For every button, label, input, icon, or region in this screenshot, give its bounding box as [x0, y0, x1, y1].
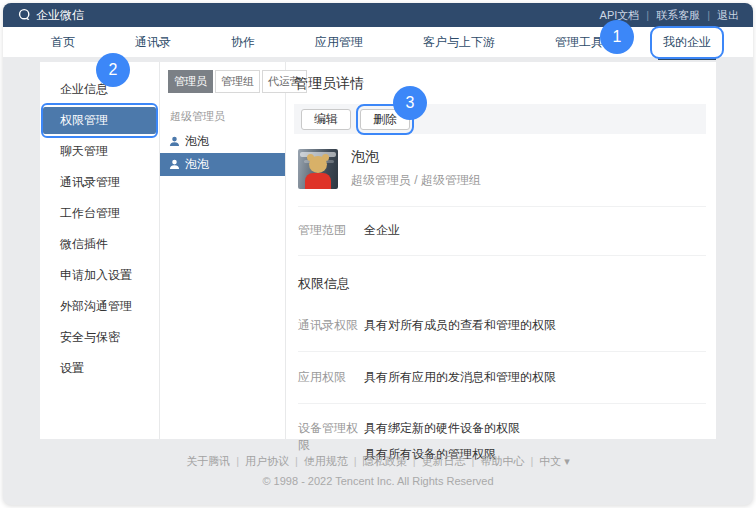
admin-name: 泡泡: [351, 148, 481, 166]
scope-row: 管理范围 全企业: [298, 222, 706, 239]
annotation-badge-2: 2: [96, 53, 130, 87]
app-permission-row: 应用权限 具有所有应用的发消息和管理的权限: [298, 369, 706, 386]
contact-support-link[interactable]: 联系客服: [656, 8, 700, 23]
sidebar-item-contacts-management[interactable]: 通讯录管理: [40, 167, 159, 198]
permission-line: 具有绑定新的硬件设备的权限: [364, 420, 520, 437]
person-icon: [169, 136, 180, 147]
separator: |: [295, 455, 298, 467]
copyright: © 1998 - 2022 Tencent Inc. All Rights Re…: [3, 475, 753, 487]
tab-admin-groups[interactable]: 管理组: [215, 70, 260, 93]
logout-link[interactable]: 退出: [717, 8, 739, 23]
member-row-selected[interactable]: 泡泡: [160, 153, 285, 176]
nav-admin-tools[interactable]: 管理工具: [555, 34, 603, 51]
page-footer: 关于腾讯|用户协议|使用规范|隐私政策|更新日志|帮助中心|中文 ▾ © 199…: [3, 454, 753, 487]
nav-home[interactable]: 首页: [51, 34, 75, 51]
sidebar-item-security[interactable]: 安全与保密: [40, 322, 159, 353]
nav-contacts[interactable]: 通讯录: [135, 34, 171, 51]
divider: [298, 206, 706, 207]
member-row[interactable]: 泡泡: [160, 130, 285, 153]
sidebar-item-permission-management[interactable]: 权限管理: [43, 107, 156, 134]
member-name: 泡泡: [185, 133, 209, 150]
settings-sidebar: 企业信息 权限管理 聊天管理 通讯录管理 工作台管理 微信插件 申请加入设置 外…: [40, 62, 160, 439]
sidebar-item-wechat-plugin[interactable]: 微信插件: [40, 229, 159, 260]
brand: 企业微信: [17, 7, 84, 24]
annotation-badge-3: 3: [393, 86, 427, 120]
brand-label: 企业微信: [36, 7, 84, 24]
scope-value: 全企业: [364, 222, 400, 239]
footer-link-privacy[interactable]: 隐私政策: [363, 455, 407, 467]
admin-tabs: 管理员 管理组 代运营 +: [168, 70, 285, 93]
sidebar-item-settings[interactable]: 设置: [40, 353, 159, 384]
nav-my-company[interactable]: 我的企业: [663, 34, 711, 51]
sidebar-item-workbench-management[interactable]: 工作台管理: [40, 198, 159, 229]
main-panel: 企业信息 权限管理 聊天管理 通讯录管理 工作台管理 微信插件 申请加入设置 外…: [40, 62, 716, 439]
permissions-section-title: 权限信息: [298, 275, 706, 293]
divider: [298, 403, 706, 404]
sidebar-item-chat-management[interactable]: 聊天管理: [40, 136, 159, 167]
nav-customers[interactable]: 客户与上下游: [423, 34, 495, 51]
admin-profile: 泡泡 超级管理员 / 超级管理组: [298, 148, 706, 189]
separator: |: [707, 9, 710, 21]
admin-list-column: 管理员 管理组 代运营 + 超级管理员 泡泡 泡泡: [160, 62, 286, 439]
annotation-badge-1: 1: [600, 20, 634, 54]
nav-app-management[interactable]: 应用管理: [315, 34, 363, 51]
separator: |: [413, 455, 416, 467]
footer-link-language[interactable]: 中文 ▾: [539, 455, 570, 467]
footer-link-agreement[interactable]: 用户协议: [245, 455, 289, 467]
admin-role: 超级管理员 / 超级管理组: [351, 172, 481, 189]
avatar: [298, 149, 338, 189]
group-label: 超级管理员: [170, 109, 285, 124]
permission-label: 应用权限: [298, 369, 364, 386]
permission-value: 具有所有应用的发消息和管理的权限: [364, 369, 556, 386]
wecom-logo-icon: [17, 8, 32, 22]
separator: |: [354, 455, 357, 467]
sidebar-item-external-communication[interactable]: 外部沟通管理: [40, 291, 159, 322]
detail-toolbar: 编辑 删除: [294, 104, 706, 134]
top-bar: 企业微信 API文档 | 联系客服 | 退出: [3, 3, 753, 27]
edit-button[interactable]: 编辑: [301, 109, 351, 130]
permission-value: 具有对所有成员的查看和管理的权限: [364, 317, 556, 334]
sidebar-item-join-settings[interactable]: 申请加入设置: [40, 260, 159, 291]
separator: |: [472, 455, 475, 467]
footer-link-changelog[interactable]: 更新日志: [422, 455, 466, 467]
wecom-admin-window: 企业微信 API文档 | 联系客服 | 退出 首页 通讯录 协作 应用管理 客户…: [3, 3, 753, 505]
tab-admins[interactable]: 管理员: [168, 70, 213, 93]
permission-label: 通讯录权限: [298, 317, 364, 334]
footer-link-rules[interactable]: 使用规范: [304, 455, 348, 467]
contacts-permission-row: 通讯录权限 具有对所有成员的查看和管理的权限: [298, 317, 706, 334]
person-icon: [169, 159, 180, 170]
separator: |: [236, 455, 239, 467]
member-name: 泡泡: [185, 156, 209, 173]
nav-collaboration[interactable]: 协作: [231, 34, 255, 51]
separator: |: [530, 455, 533, 467]
footer-links: 关于腾讯|用户协议|使用规范|隐私政策|更新日志|帮助中心|中文 ▾: [3, 454, 753, 469]
admin-detail-panel: 管理员详情 编辑 删除 泡泡 超级管理员 / 超级管理组 管理范围: [286, 62, 716, 439]
scope-label: 管理范围: [298, 222, 364, 239]
divider: [298, 351, 706, 352]
divider: [298, 255, 706, 256]
page-title: 管理员详情: [294, 75, 706, 93]
footer-link-help[interactable]: 帮助中心: [480, 455, 524, 467]
separator: |: [646, 9, 649, 21]
footer-link-about[interactable]: 关于腾讯: [186, 455, 230, 467]
